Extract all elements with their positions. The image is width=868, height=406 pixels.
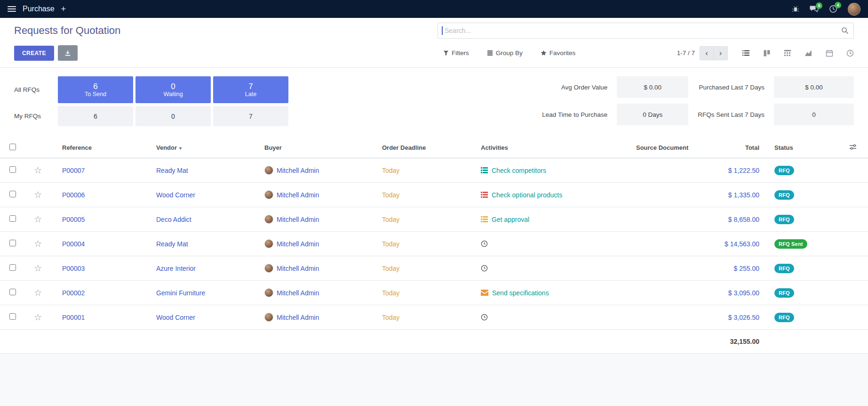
favorite-star-icon[interactable]: ☆ <box>34 312 42 322</box>
table-header-row: Reference Vendor▾ Buyer Order Deadline A… <box>0 137 868 158</box>
status-badge: RFQ <box>774 166 794 175</box>
purchased-last-7-days-label: Purchased Last 7 Days <box>698 84 764 91</box>
envelope-icon[interactable] <box>481 290 488 296</box>
buyer-link[interactable]: Mitchell Admin <box>277 314 319 321</box>
pager-previous-button[interactable]: ‹ <box>700 46 714 60</box>
schedule-activity-clock-icon[interactable] <box>481 240 488 247</box>
messages-badge: 5 <box>816 2 822 9</box>
favorite-star-icon[interactable]: ☆ <box>34 263 42 273</box>
row-checkbox[interactable] <box>9 313 16 320</box>
reference-link[interactable]: P00005 <box>62 216 85 223</box>
pager-next-button[interactable]: › <box>714 46 728 60</box>
tasks-icon[interactable] <box>481 216 488 222</box>
messages-icon[interactable]: 5 <box>810 5 819 13</box>
column-header-buyer[interactable]: Buyer <box>257 137 374 158</box>
pivot-view-icon[interactable] <box>784 49 791 57</box>
row-checkbox[interactable] <box>9 215 16 222</box>
column-header-vendor[interactable]: Vendor▾ <box>149 137 257 158</box>
table-row[interactable]: ☆ P00004 Ready Mat Mitchell Admin Today … <box>0 232 868 256</box>
kpi-waiting[interactable]: 0 Waiting <box>135 76 211 103</box>
user-avatar[interactable] <box>848 3 860 16</box>
vendor-link[interactable]: Ready Mat <box>156 167 188 174</box>
total-amount: $ 1,222.50 <box>728 167 759 174</box>
favorite-star-icon[interactable]: ☆ <box>34 239 42 249</box>
rfq-list-table: Reference Vendor▾ Buyer Order Deadline A… <box>0 137 868 354</box>
calendar-view-icon[interactable] <box>826 49 833 57</box>
reference-link[interactable]: P00002 <box>62 289 85 297</box>
column-header-status[interactable]: Status <box>767 137 828 158</box>
table-row[interactable]: ☆ P00002 Gemini Furniture Mitchell Admin… <box>0 281 868 305</box>
vendor-link[interactable]: Wood Corner <box>156 314 195 321</box>
row-checkbox[interactable] <box>9 166 16 173</box>
bug-icon[interactable] <box>792 5 799 13</box>
buyer-link[interactable]: Mitchell Admin <box>277 216 319 223</box>
reference-link[interactable]: P00003 <box>62 265 85 272</box>
vendor-link[interactable]: Azure Interior <box>156 265 196 272</box>
list-view-icon[interactable] <box>742 49 750 57</box>
row-checkbox[interactable] <box>9 240 16 246</box>
row-checkbox[interactable] <box>9 191 16 197</box>
group-by-icon <box>487 50 493 56</box>
row-checkbox[interactable] <box>9 289 16 295</box>
kpi-late[interactable]: 7 Late <box>213 76 288 103</box>
reference-link[interactable]: P00004 <box>62 240 85 248</box>
activity-label[interactable]: Get approval <box>492 216 529 223</box>
reference-link[interactable]: P00007 <box>62 167 85 174</box>
vendor-link[interactable]: Deco Addict <box>156 216 191 223</box>
empty-area <box>0 354 868 406</box>
lead-time-value: 0 Days <box>617 104 688 125</box>
apps-menu-icon[interactable] <box>8 6 16 12</box>
export-button[interactable] <box>58 45 78 61</box>
tasks-icon[interactable] <box>481 167 488 173</box>
optional-columns-icon[interactable] <box>828 137 868 158</box>
vendor-link[interactable]: Wood Corner <box>156 191 195 199</box>
reference-link[interactable]: P00001 <box>62 314 85 321</box>
my-waiting[interactable]: 0 <box>135 106 211 126</box>
activity-label[interactable]: Check optional products <box>492 191 562 199</box>
schedule-activity-clock-icon[interactable] <box>481 314 488 321</box>
table-row[interactable]: ☆ P00006 Wood Corner Mitchell Admin Toda… <box>0 183 868 207</box>
favorite-star-icon[interactable]: ☆ <box>34 165 42 175</box>
favorite-star-icon[interactable]: ☆ <box>34 214 42 224</box>
favorites-button[interactable]: Favorites <box>538 49 579 57</box>
activities-clock-icon[interactable]: 4 <box>829 5 837 13</box>
plus-icon[interactable]: + <box>61 5 66 13</box>
activity-view-icon[interactable] <box>846 49 854 57</box>
column-header-reference[interactable]: Reference <box>55 137 149 158</box>
kanban-view-icon[interactable] <box>763 49 771 57</box>
search-input[interactable] <box>443 27 841 34</box>
activity-label[interactable]: Send specifications <box>492 289 549 297</box>
table-row[interactable]: ☆ P00007 Ready Mat Mitchell Admin Today … <box>0 158 868 183</box>
create-button[interactable]: CREATE <box>14 46 54 61</box>
schedule-activity-clock-icon[interactable] <box>481 265 488 272</box>
favorite-star-icon[interactable]: ☆ <box>34 288 42 298</box>
activity-label[interactable]: Check competitors <box>492 167 546 174</box>
search-icon[interactable] <box>841 27 849 34</box>
my-late[interactable]: 7 <box>213 106 288 126</box>
buyer-link[interactable]: Mitchell Admin <box>277 167 319 174</box>
reference-link[interactable]: P00006 <box>62 191 85 199</box>
column-header-total[interactable]: Total <box>692 137 767 158</box>
column-header-activities[interactable]: Activities <box>473 137 629 158</box>
table-row[interactable]: ☆ P00001 Wood Corner Mitchell Admin Toda… <box>0 305 868 330</box>
column-header-source-document[interactable]: Source Document <box>629 137 692 158</box>
buyer-link[interactable]: Mitchell Admin <box>277 191 319 199</box>
vendor-link[interactable]: Ready Mat <box>156 240 188 248</box>
select-all-checkbox[interactable] <box>9 144 16 150</box>
row-checkbox[interactable] <box>9 264 16 271</box>
tasks-icon[interactable] <box>481 192 488 198</box>
vendor-link[interactable]: Gemini Furniture <box>156 289 205 297</box>
table-row[interactable]: ☆ P00005 Deco Addict Mitchell Admin Toda… <box>0 207 868 232</box>
buyer-link[interactable]: Mitchell Admin <box>277 289 319 297</box>
kpi-to-send[interactable]: 6 To Send <box>58 76 133 103</box>
filters-button[interactable]: Filters <box>440 49 472 57</box>
my-to-send[interactable]: 6 <box>58 106 133 126</box>
buyer-link[interactable]: Mitchell Admin <box>277 265 319 272</box>
graph-view-icon[interactable] <box>804 49 812 57</box>
group-by-button[interactable]: Group By <box>484 49 526 57</box>
table-row[interactable]: ☆ P00003 Azure Interior Mitchell Admin T… <box>0 256 868 281</box>
app-menu-purchase[interactable]: Purchase <box>23 5 55 13</box>
favorite-star-icon[interactable]: ☆ <box>34 190 42 200</box>
buyer-link[interactable]: Mitchell Admin <box>277 240 319 248</box>
column-header-order-deadline[interactable]: Order Deadline <box>374 137 473 158</box>
